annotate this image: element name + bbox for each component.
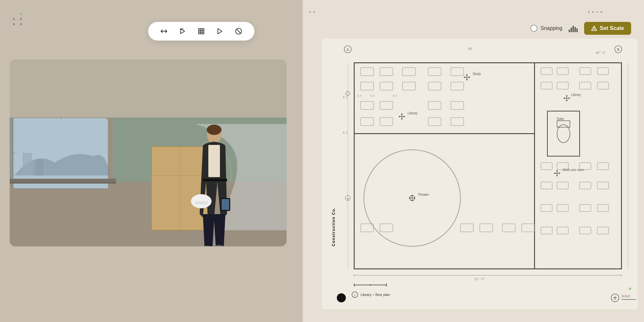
snapping-toggle-circle <box>530 25 537 32</box>
chart-bar-2 <box>571 28 572 32</box>
dots-decoration <box>13 13 24 25</box>
svg-text:Library: Library <box>408 111 418 115</box>
set-scale-label: Set Scale <box>600 25 624 32</box>
corner-dot-tl-2 <box>313 11 315 13</box>
svg-text:Library – floor plan: Library – floor plan <box>361 293 390 297</box>
floor-plan-svg: A B A8 40°-0" <box>322 39 638 309</box>
svg-text:8.5: 8.5 <box>393 94 397 97</box>
svg-rect-15 <box>208 145 220 177</box>
svg-text:8.5: 8.5 <box>357 94 362 97</box>
svg-text:⊕: ⊕ <box>347 197 349 200</box>
corner-dots-tl <box>309 11 315 13</box>
set-scale-button[interactable]: Set Scale <box>584 22 631 35</box>
corner-dot-tr-green <box>596 11 598 13</box>
play-button[interactable] <box>214 25 226 37</box>
chart-bar-4 <box>574 27 576 32</box>
svg-text:A8: A8 <box>468 47 472 51</box>
construction-photo <box>10 60 287 246</box>
svg-rect-18 <box>195 201 208 204</box>
svg-rect-6 <box>10 60 287 118</box>
forward-button[interactable] <box>177 25 188 37</box>
svg-text:1: 1 <box>354 293 355 297</box>
status-dot-green <box>629 288 631 290</box>
svg-text:8.5: 8.5 <box>343 96 348 99</box>
chart-bar-1 <box>569 30 570 32</box>
svg-text:Study: Study <box>473 72 481 76</box>
svg-point-40 <box>594 29 595 30</box>
svg-text:21'-5": 21'-5" <box>475 278 485 281</box>
top-controls: Snapping Set Scale <box>530 22 631 35</box>
svg-rect-31 <box>199 29 204 34</box>
svg-rect-25 <box>35 159 43 175</box>
svg-text:8.5: 8.5 <box>370 94 375 97</box>
circle-slash-button[interactable] <box>233 25 244 37</box>
corner-dot-tr-4 <box>601 11 602 13</box>
svg-rect-16 <box>203 179 227 181</box>
svg-text:Library: Library <box>571 93 581 97</box>
corner-dot-tr-1 <box>588 11 590 13</box>
svg-rect-26 <box>10 179 116 183</box>
measure-button[interactable] <box>158 25 170 37</box>
dot-6 <box>20 23 22 25</box>
svg-text:40°-0": 40°-0" <box>596 51 606 54</box>
svg-text:Toilet: Toilet <box>556 117 564 121</box>
chart-bar-5 <box>576 28 578 32</box>
chart-icon[interactable] <box>569 24 578 32</box>
svg-rect-27 <box>10 183 116 184</box>
left-panel <box>0 0 303 322</box>
svg-marker-29 <box>181 29 185 34</box>
dot-2 <box>20 13 22 15</box>
dot-4 <box>20 18 22 20</box>
toolbar <box>148 22 254 41</box>
hatch-button[interactable] <box>195 25 207 37</box>
svg-line-38 <box>237 29 241 33</box>
blueprint-container: A B A8 40°-0" <box>322 39 638 309</box>
svg-text:SCALE: SCALE <box>621 295 630 298</box>
svg-text:A: A <box>346 48 349 52</box>
svg-rect-41 <box>322 40 638 308</box>
corner-dot-tr-2 <box>592 11 594 13</box>
svg-text:Construction Co.: Construction Co. <box>331 207 336 246</box>
right-panel: Snapping Set Scale A <box>303 0 644 322</box>
svg-text:8.5: 8.5 <box>343 131 348 134</box>
corner-dots-tr <box>588 11 602 13</box>
dot-5 <box>13 23 15 25</box>
chart-bar-3 <box>573 26 574 32</box>
dot-3 <box>13 18 15 20</box>
svg-text:Theater: Theater <box>418 193 429 196</box>
svg-text:B: B <box>617 48 619 52</box>
corner-dot-tl-1 <box>309 11 311 13</box>
snapping-toggle[interactable]: Snapping <box>530 25 563 32</box>
dot-1 <box>13 13 15 15</box>
svg-point-164 <box>337 293 346 302</box>
svg-rect-24 <box>23 153 32 175</box>
svg-marker-36 <box>218 29 222 34</box>
svg-rect-20 <box>222 199 229 210</box>
svg-point-14 <box>207 125 222 135</box>
snapping-label: Snapping <box>541 25 563 31</box>
warning-icon <box>591 25 597 31</box>
